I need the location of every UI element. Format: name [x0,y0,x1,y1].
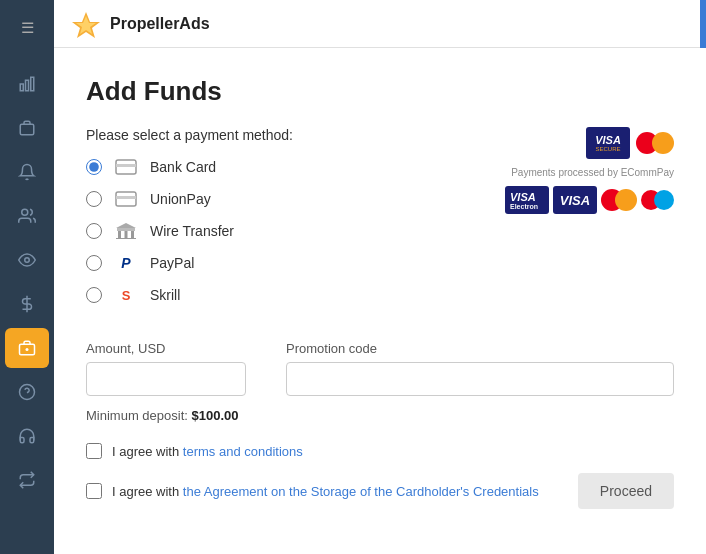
payment-section-label: Please select a payment method: [86,127,494,143]
payment-section: Please select a payment method: Bank Car… [86,127,674,317]
visa-plain-badge: VISA [553,186,597,214]
minimum-deposit-amount: $100.00 [191,408,238,423]
mastercard-idcheck-badge [636,132,674,154]
amount-group: Amount, USD [86,341,266,396]
sidebar: ☰ [0,0,54,554]
svg-marker-21 [116,223,136,228]
svg-rect-16 [116,196,136,199]
wire-transfer-icon [112,221,140,241]
logo-text: PropellerAds [110,15,210,33]
svg-rect-14 [116,164,136,167]
maestro-blue-circle [654,190,674,210]
mc-orange-circle [652,132,674,154]
payment-radio-paypal[interactable] [86,255,102,271]
union-pay-label: UnionPay [150,191,211,207]
svg-rect-2 [31,77,34,91]
wire-transfer-label: Wire Transfer [150,223,234,239]
sidebar-item-monitor[interactable] [5,240,49,280]
cardholder-agreement-link[interactable]: the Agreement on the Storage of the Card… [183,484,539,499]
payment-option-skrill[interactable]: S Skrill [86,285,494,305]
sidebar-item-support[interactable] [5,416,49,456]
payment-radio-wire-transfer[interactable] [86,223,102,239]
skrill-icon: S [112,285,140,305]
sidebar-item-campaigns[interactable] [5,108,49,148]
top-header: PropellerAds [54,0,706,48]
terms-checkbox[interactable] [86,443,102,459]
bank-card-icon [112,157,140,177]
sidebar-item-billing[interactable] [5,284,49,324]
secure-text: Payments processed by ECommPay [511,167,674,178]
header-accent-bar [700,0,706,48]
terms-label: I agree with terms and conditions [112,444,303,459]
terms-checkbox-row: I agree with terms and conditions [86,443,674,459]
sidebar-item-help[interactable] [5,372,49,412]
cardholder-prefix: I agree with [112,484,183,499]
minimum-deposit-prefix: Minimum deposit: [86,408,191,423]
payment-option-union-pay[interactable]: UnionPay [86,189,494,209]
mc-orange-circle-2 [615,189,637,211]
visa-electron-visa: VISA [510,191,536,203]
logo-area: PropellerAds [70,8,210,40]
amount-label: Amount, USD [86,341,266,356]
paypal-icon: P [112,253,140,273]
cardholder-agreement-checkbox[interactable] [86,483,102,499]
svg-point-8 [26,348,29,351]
proceed-button[interactable]: Proceed [578,473,674,509]
visa-secure-badge: VISA SECURE [586,127,630,159]
svg-point-5 [25,258,30,263]
svg-point-4 [22,209,28,215]
page-title: Add Funds [86,76,674,107]
bottom-card-icons-row: VISA Electron VISA [505,186,674,214]
sidebar-item-tracking[interactable] [5,152,49,192]
cardholder-agreement-label: I agree with the Agreement on the Storag… [112,484,568,499]
svg-rect-17 [118,231,121,238]
paypal-label: PayPal [150,255,194,271]
union-pay-icon [112,189,140,209]
svg-rect-18 [125,231,128,238]
terms-link[interactable]: terms and conditions [183,444,303,459]
payment-methods: Please select a payment method: Bank Car… [86,127,494,317]
svg-rect-1 [26,80,29,91]
amount-input[interactable] [86,362,246,396]
bank-card-label: Bank Card [150,159,216,175]
sidebar-item-more[interactable] [5,460,49,500]
propeller-logo-icon [70,8,102,40]
svg-rect-20 [117,228,135,231]
card-icons-area: VISA SECURE Payments processed by ECommP… [494,127,674,214]
visa-electron-badge: VISA Electron [505,186,549,214]
promo-input[interactable] [286,362,674,396]
sidebar-item-analytics[interactable] [5,64,49,104]
payment-radio-union-pay[interactable] [86,191,102,207]
amount-promo-row: Amount, USD Promotion code [86,341,674,396]
maestro-badge [641,190,674,210]
visa-secure-visa-text: VISA [595,134,621,146]
payment-option-wire-transfer[interactable]: Wire Transfer [86,221,494,241]
sidebar-item-audience[interactable] [5,196,49,236]
main-wrapper: PropellerAds Add Funds Please select a p… [54,0,706,554]
content-area: Add Funds Please select a payment method… [54,48,706,554]
promo-label: Promotion code [286,341,674,356]
top-card-icons-row: VISA SECURE [586,127,674,159]
visa-secure-label: SECURE [595,146,620,152]
payment-option-bank-card[interactable]: Bank Card [86,157,494,177]
minimum-deposit-text: Minimum deposit: $100.00 [86,408,674,423]
sidebar-item-wallet[interactable] [5,328,49,368]
svg-rect-0 [20,84,23,91]
sidebar-hamburger[interactable]: ☰ [5,8,49,48]
svg-rect-19 [131,231,134,238]
svg-rect-22 [116,238,136,239]
skrill-label: Skrill [150,287,180,303]
proceed-row: I agree with the Agreement on the Storag… [86,473,674,509]
mastercard-badge [601,189,637,211]
visa-electron-sub: Electron [510,203,538,210]
payment-radio-bank-card[interactable] [86,159,102,175]
payment-radio-skrill[interactable] [86,287,102,303]
terms-prefix: I agree with [112,444,183,459]
payment-option-paypal[interactable]: P PayPal [86,253,494,273]
promo-group: Promotion code [286,341,674,396]
svg-rect-3 [20,124,34,135]
